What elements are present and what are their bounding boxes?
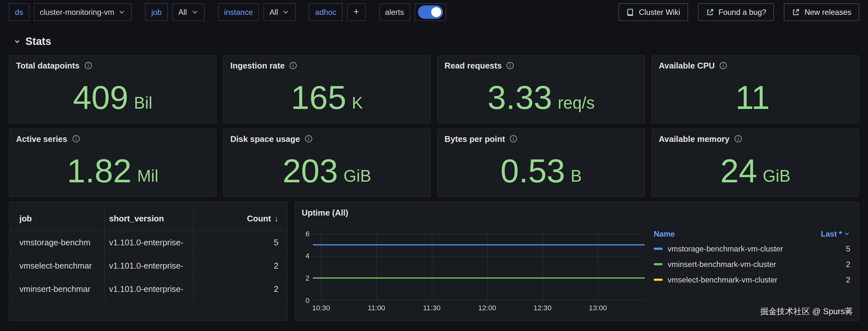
stat-panel-available-memory: Available memory 24 GiB [652,128,859,196]
x-axis: 10:3011:0011:3012:0012:3013:00 [313,304,645,313]
gridline [598,234,598,300]
stat-value: 3.33 [488,81,552,114]
legend-item[interactable]: vminsert-benchmark-vm-cluster 2 [654,256,850,272]
series-line [313,244,645,245]
chevron-down-icon [844,230,850,237]
gridline [487,234,488,300]
bottom-row: job short_version Count ↓ vmstorage-benc… [9,202,859,321]
info-icon[interactable] [506,61,515,70]
gridline [313,300,645,300]
var-group-instance: instance All [218,3,296,21]
table-row: vmselect-benchmar v1.101.0-enterprise- 2 [9,254,287,278]
cell-job: vmselect-benchmar [9,254,104,277]
stat-panel-ingestion-rate: Ingestion rate 165 K [223,55,431,123]
info-icon[interactable] [84,61,92,70]
y-tick-label: 6 [306,229,309,238]
section-title: Stats [26,35,51,48]
info-icon[interactable] [719,61,727,70]
info-icon[interactable] [734,135,742,143]
book-icon [626,8,634,17]
new-releases-label: New releases [804,8,851,17]
info-icon[interactable] [509,135,518,143]
var-job-dropdown[interactable]: All [172,3,205,21]
var-ds-label: ds [9,3,29,21]
cell-count: 2 [194,278,287,300]
legend-last-header[interactable]: Last * [821,229,850,238]
x-tick-label: 12:00 [478,304,496,312]
alerts-toggle[interactable] [418,5,443,19]
x-tick-label: 12:30 [533,304,552,312]
x-tick-label: 10:30 [312,304,330,312]
stat-value: 11 [735,81,770,114]
gridline [313,256,645,257]
stat-unit: B [570,158,582,184]
stat-value: 165 [291,81,346,114]
chevron-down-icon [13,37,21,45]
stat-panel-disk-space-usage: Disk space usage 203 GiB [223,128,431,196]
gridline [432,234,432,300]
versions-table-panel: job short_version Count ↓ vmstorage-benc… [9,202,288,321]
stat-value: 409 [73,81,128,114]
alerts-toggle-box [414,3,446,21]
var-group-ds: ds cluster-monitoring-vm [9,3,132,21]
gridline [321,234,321,300]
legend-name-header[interactable]: Name [654,229,675,238]
panel-title: Available CPU [659,61,715,70]
info-icon[interactable] [72,135,80,143]
uptime-chart-panel: Uptime (All) 0246 10:3011:0011:3012:0012… [294,202,859,321]
found-a-bug-button[interactable]: Found a bug? [698,3,774,21]
add-filter-button[interactable]: + [347,3,366,21]
var-job-value: All [178,8,187,17]
table-row: vmstorage-benchm v1.101.0-enterprise- 5 [9,231,287,254]
stat-panel-active-series: Active series 1.82 Mil [9,128,216,196]
gridline [313,234,645,235]
variable-controls: ds cluster-monitoring-vm job All instanc… [9,3,618,21]
column-header-count[interactable]: Count ↓ [194,206,287,230]
info-icon[interactable] [289,61,298,70]
watermark: 掘金技术社区 @ Spurs蒋 [760,306,853,317]
stat-panel-bytes-per-point: Bytes per point 0.53 B [437,128,645,196]
stat-value: 0.53 [500,154,565,188]
section-header-stats[interactable]: Stats [13,35,80,48]
series-last-value: 2 [841,260,850,269]
chevron-down-icon [191,8,198,16]
external-link-icon [792,8,800,17]
stat-unit: Bil [134,84,152,111]
var-ds-dropdown[interactable]: cluster-monitoring-vm [34,3,132,21]
stat-unit: K [352,84,363,111]
y-tick-label: 0 [306,296,309,304]
y-tick-label: 2 [306,274,309,282]
cell-count: 5 [194,231,287,254]
gridline [376,234,377,300]
legend-item[interactable]: vmselect-benchmark-vm-cluster 2 [654,272,850,287]
y-axis: 0246 [299,234,309,300]
column-header-short-version[interactable]: short_version [104,206,194,230]
panel-title: Total datapoints [16,61,80,70]
sort-desc-icon: ↓ [274,214,278,223]
stat-panel-total-datapoints: Total datapoints 409 Bil [9,55,216,123]
uptime-plot[interactable] [313,234,645,300]
found-a-bug-label: Found a bug? [718,8,766,17]
alerts-label: alerts [379,3,410,21]
var-instance-dropdown[interactable]: All [264,3,296,21]
grafana-dashboard: ds cluster-monitoring-vm job All instanc… [0,3,868,331]
stats-grid: Total datapoints 409 Bil Ingestion rate … [9,55,859,196]
panel-title: Active series [16,134,67,143]
x-tick-label: 11:00 [368,304,385,312]
panel-title: Disk space usage [230,134,300,143]
var-job-label: job [145,3,168,21]
legend-item[interactable]: vmstorage-benchmark-vm-cluster 5 [654,241,850,256]
stat-unit: Mil [137,158,159,184]
x-tick-label: 11:30 [423,304,440,312]
panel-title: Read requests [445,61,502,70]
toggle-knob [431,7,441,17]
panel-title: Available memory [659,134,730,143]
info-icon[interactable] [305,135,313,143]
adhoc-label: adhoc [309,3,342,21]
table-row: vminsert-benchmar v1.101.0-enterprise- 2 [9,278,287,301]
column-header-job[interactable]: job [9,206,104,230]
new-releases-button[interactable]: New releases [784,3,859,21]
cluster-wiki-button[interactable]: Cluster Wiki [618,3,688,21]
chevron-down-icon [118,8,126,16]
legend-header: Name Last * [654,227,850,241]
